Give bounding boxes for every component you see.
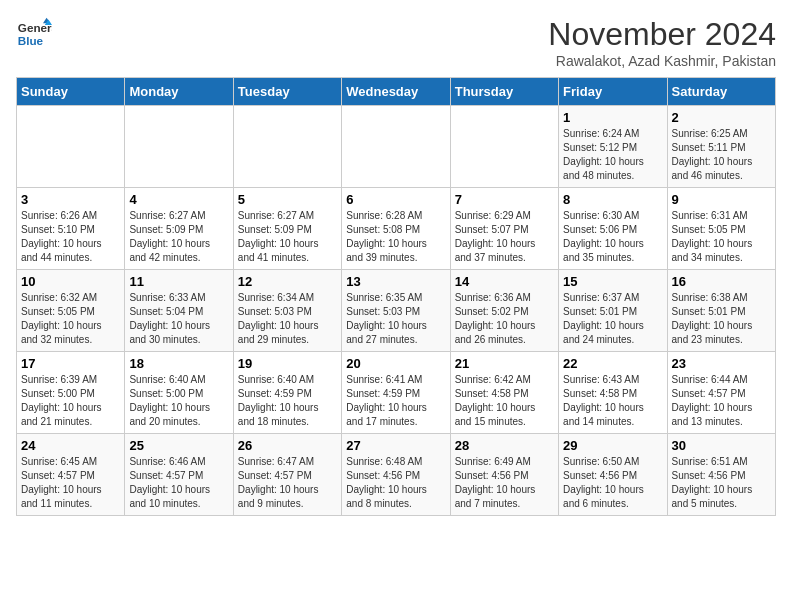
day-number: 6	[346, 192, 445, 207]
weekday-header-tuesday: Tuesday	[233, 78, 341, 106]
day-info: Sunrise: 6:40 AM Sunset: 5:00 PM Dayligh…	[129, 373, 228, 429]
calendar-cell	[125, 106, 233, 188]
calendar-cell: 3Sunrise: 6:26 AM Sunset: 5:10 PM Daylig…	[17, 188, 125, 270]
day-number: 22	[563, 356, 662, 371]
calendar-cell: 20Sunrise: 6:41 AM Sunset: 4:59 PM Dayli…	[342, 352, 450, 434]
day-number: 10	[21, 274, 120, 289]
weekday-header-thursday: Thursday	[450, 78, 558, 106]
week-row-5: 24Sunrise: 6:45 AM Sunset: 4:57 PM Dayli…	[17, 434, 776, 516]
logo-icon: General Blue	[16, 16, 52, 52]
day-info: Sunrise: 6:37 AM Sunset: 5:01 PM Dayligh…	[563, 291, 662, 347]
calendar-cell: 25Sunrise: 6:46 AM Sunset: 4:57 PM Dayli…	[125, 434, 233, 516]
calendar-cell: 19Sunrise: 6:40 AM Sunset: 4:59 PM Dayli…	[233, 352, 341, 434]
day-number: 27	[346, 438, 445, 453]
day-info: Sunrise: 6:39 AM Sunset: 5:00 PM Dayligh…	[21, 373, 120, 429]
calendar-cell: 2Sunrise: 6:25 AM Sunset: 5:11 PM Daylig…	[667, 106, 775, 188]
calendar-cell: 22Sunrise: 6:43 AM Sunset: 4:58 PM Dayli…	[559, 352, 667, 434]
title-block: November 2024 Rawalakot, Azad Kashmir, P…	[548, 16, 776, 69]
day-info: Sunrise: 6:25 AM Sunset: 5:11 PM Dayligh…	[672, 127, 771, 183]
day-number: 25	[129, 438, 228, 453]
svg-text:Blue: Blue	[18, 34, 44, 47]
day-info: Sunrise: 6:46 AM Sunset: 4:57 PM Dayligh…	[129, 455, 228, 511]
calendar-cell: 4Sunrise: 6:27 AM Sunset: 5:09 PM Daylig…	[125, 188, 233, 270]
calendar-cell: 28Sunrise: 6:49 AM Sunset: 4:56 PM Dayli…	[450, 434, 558, 516]
day-number: 5	[238, 192, 337, 207]
day-info: Sunrise: 6:51 AM Sunset: 4:56 PM Dayligh…	[672, 455, 771, 511]
week-row-2: 3Sunrise: 6:26 AM Sunset: 5:10 PM Daylig…	[17, 188, 776, 270]
week-row-4: 17Sunrise: 6:39 AM Sunset: 5:00 PM Dayli…	[17, 352, 776, 434]
calendar-cell: 9Sunrise: 6:31 AM Sunset: 5:05 PM Daylig…	[667, 188, 775, 270]
day-number: 3	[21, 192, 120, 207]
day-info: Sunrise: 6:28 AM Sunset: 5:08 PM Dayligh…	[346, 209, 445, 265]
day-number: 24	[21, 438, 120, 453]
calendar-cell: 5Sunrise: 6:27 AM Sunset: 5:09 PM Daylig…	[233, 188, 341, 270]
calendar-cell: 26Sunrise: 6:47 AM Sunset: 4:57 PM Dayli…	[233, 434, 341, 516]
weekday-header-wednesday: Wednesday	[342, 78, 450, 106]
day-number: 14	[455, 274, 554, 289]
day-info: Sunrise: 6:50 AM Sunset: 4:56 PM Dayligh…	[563, 455, 662, 511]
calendar-table: SundayMondayTuesdayWednesdayThursdayFrid…	[16, 77, 776, 516]
calendar-cell: 23Sunrise: 6:44 AM Sunset: 4:57 PM Dayli…	[667, 352, 775, 434]
calendar-cell: 18Sunrise: 6:40 AM Sunset: 5:00 PM Dayli…	[125, 352, 233, 434]
day-info: Sunrise: 6:27 AM Sunset: 5:09 PM Dayligh…	[129, 209, 228, 265]
calendar-cell: 12Sunrise: 6:34 AM Sunset: 5:03 PM Dayli…	[233, 270, 341, 352]
weekday-header-sunday: Sunday	[17, 78, 125, 106]
week-row-1: 1Sunrise: 6:24 AM Sunset: 5:12 PM Daylig…	[17, 106, 776, 188]
day-info: Sunrise: 6:29 AM Sunset: 5:07 PM Dayligh…	[455, 209, 554, 265]
calendar-cell: 15Sunrise: 6:37 AM Sunset: 5:01 PM Dayli…	[559, 270, 667, 352]
calendar-cell: 13Sunrise: 6:35 AM Sunset: 5:03 PM Dayli…	[342, 270, 450, 352]
day-number: 20	[346, 356, 445, 371]
location-subtitle: Rawalakot, Azad Kashmir, Pakistan	[548, 53, 776, 69]
day-number: 16	[672, 274, 771, 289]
weekday-header-friday: Friday	[559, 78, 667, 106]
weekday-header-monday: Monday	[125, 78, 233, 106]
month-title: November 2024	[548, 16, 776, 53]
calendar-cell: 11Sunrise: 6:33 AM Sunset: 5:04 PM Dayli…	[125, 270, 233, 352]
day-info: Sunrise: 6:36 AM Sunset: 5:02 PM Dayligh…	[455, 291, 554, 347]
day-number: 13	[346, 274, 445, 289]
calendar-cell: 8Sunrise: 6:30 AM Sunset: 5:06 PM Daylig…	[559, 188, 667, 270]
day-info: Sunrise: 6:33 AM Sunset: 5:04 PM Dayligh…	[129, 291, 228, 347]
calendar-cell: 24Sunrise: 6:45 AM Sunset: 4:57 PM Dayli…	[17, 434, 125, 516]
page-header: General Blue November 2024 Rawalakot, Az…	[16, 16, 776, 69]
day-info: Sunrise: 6:41 AM Sunset: 4:59 PM Dayligh…	[346, 373, 445, 429]
day-info: Sunrise: 6:38 AM Sunset: 5:01 PM Dayligh…	[672, 291, 771, 347]
calendar-cell: 27Sunrise: 6:48 AM Sunset: 4:56 PM Dayli…	[342, 434, 450, 516]
calendar-cell: 1Sunrise: 6:24 AM Sunset: 5:12 PM Daylig…	[559, 106, 667, 188]
day-number: 26	[238, 438, 337, 453]
calendar-cell	[233, 106, 341, 188]
calendar-cell: 21Sunrise: 6:42 AM Sunset: 4:58 PM Dayli…	[450, 352, 558, 434]
calendar-cell: 7Sunrise: 6:29 AM Sunset: 5:07 PM Daylig…	[450, 188, 558, 270]
day-number: 9	[672, 192, 771, 207]
calendar-cell: 30Sunrise: 6:51 AM Sunset: 4:56 PM Dayli…	[667, 434, 775, 516]
calendar-cell: 10Sunrise: 6:32 AM Sunset: 5:05 PM Dayli…	[17, 270, 125, 352]
weekday-header-row: SundayMondayTuesdayWednesdayThursdayFrid…	[17, 78, 776, 106]
calendar-cell	[450, 106, 558, 188]
day-info: Sunrise: 6:44 AM Sunset: 4:57 PM Dayligh…	[672, 373, 771, 429]
day-number: 30	[672, 438, 771, 453]
weekday-header-saturday: Saturday	[667, 78, 775, 106]
day-number: 29	[563, 438, 662, 453]
calendar-cell	[342, 106, 450, 188]
day-number: 21	[455, 356, 554, 371]
calendar-cell: 17Sunrise: 6:39 AM Sunset: 5:00 PM Dayli…	[17, 352, 125, 434]
day-info: Sunrise: 6:47 AM Sunset: 4:57 PM Dayligh…	[238, 455, 337, 511]
calendar-cell: 16Sunrise: 6:38 AM Sunset: 5:01 PM Dayli…	[667, 270, 775, 352]
day-info: Sunrise: 6:43 AM Sunset: 4:58 PM Dayligh…	[563, 373, 662, 429]
day-info: Sunrise: 6:49 AM Sunset: 4:56 PM Dayligh…	[455, 455, 554, 511]
day-number: 28	[455, 438, 554, 453]
day-number: 1	[563, 110, 662, 125]
day-info: Sunrise: 6:24 AM Sunset: 5:12 PM Dayligh…	[563, 127, 662, 183]
calendar-cell	[17, 106, 125, 188]
day-number: 4	[129, 192, 228, 207]
day-number: 11	[129, 274, 228, 289]
calendar-cell: 14Sunrise: 6:36 AM Sunset: 5:02 PM Dayli…	[450, 270, 558, 352]
week-row-3: 10Sunrise: 6:32 AM Sunset: 5:05 PM Dayli…	[17, 270, 776, 352]
day-info: Sunrise: 6:34 AM Sunset: 5:03 PM Dayligh…	[238, 291, 337, 347]
day-info: Sunrise: 6:40 AM Sunset: 4:59 PM Dayligh…	[238, 373, 337, 429]
day-number: 8	[563, 192, 662, 207]
day-info: Sunrise: 6:26 AM Sunset: 5:10 PM Dayligh…	[21, 209, 120, 265]
day-info: Sunrise: 6:31 AM Sunset: 5:05 PM Dayligh…	[672, 209, 771, 265]
day-number: 17	[21, 356, 120, 371]
day-number: 7	[455, 192, 554, 207]
